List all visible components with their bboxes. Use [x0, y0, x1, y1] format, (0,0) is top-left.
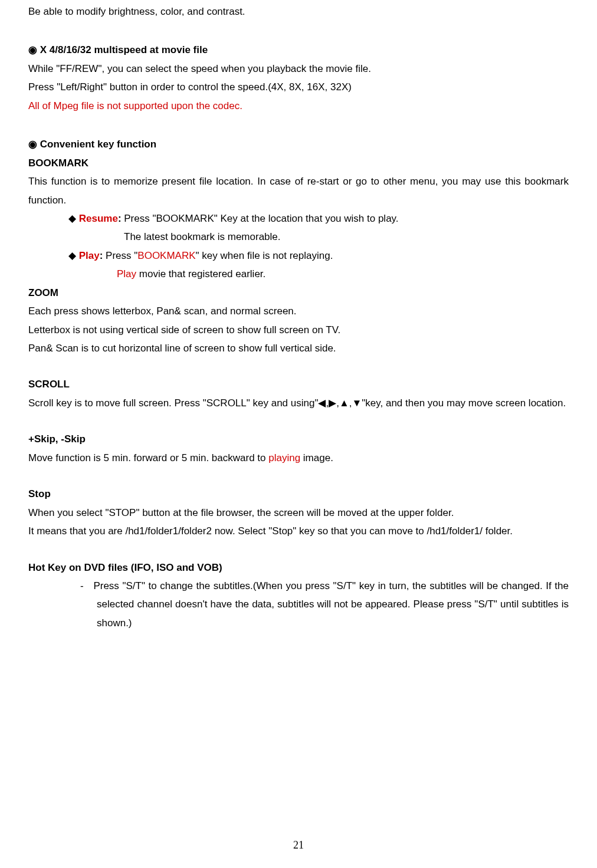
body-text: While "FF/REW", you can select the speed… — [28, 60, 569, 78]
body-text: The latest bookmark is memorable. — [28, 228, 569, 246]
body-text: Play movie that registered earlier. — [28, 265, 569, 283]
resume-label: Resume — [79, 213, 118, 224]
scroll-heading: SCROLL — [28, 375, 569, 393]
intro-line: Be able to modify brightness, color, and… — [28, 2, 569, 21]
skip-heading: +Skip, -Skip — [28, 430, 569, 448]
document-page: Be able to modify brightness, color, and… — [0, 2, 597, 868]
body-text: This function is to memorize present fil… — [28, 172, 569, 209]
body-text: Letterbox is not using vertical side of … — [28, 321, 569, 339]
body-text: image. — [300, 452, 333, 463]
body-text-red: BOOKMARK — [137, 250, 195, 261]
warning-text: All of Mpeg file is not supported upon t… — [28, 97, 569, 115]
diamond-icon: ◆ — [68, 250, 79, 261]
body-text: Scroll key is to move full screen. Press… — [28, 394, 569, 412]
body-text-red: playing — [268, 452, 300, 463]
body-text: Move function is 5 min. forward or 5 min… — [28, 452, 268, 463]
page-number: 21 — [0, 836, 597, 855]
play-label: Play — [79, 250, 100, 261]
body-text: Press "Left/Right" button in order to co… — [28, 78, 569, 96]
body-text: movie that registered earlier. — [136, 268, 265, 280]
body-text: Each press shows letterbox, Pan& scan, a… — [28, 302, 569, 320]
body-text-red: Play — [117, 268, 136, 280]
body-text: Press "BOOKMARK" Key at the location tha… — [122, 213, 399, 224]
diamond-icon: ◆ — [68, 213, 79, 224]
body-text: " key when file is not replaying. — [196, 250, 333, 261]
resume-bullet: ◆ Resume: Press "BOOKMARK" Key at the lo… — [28, 209, 569, 228]
hotkey-heading: Hot Key on DVD files (IFO, ISO and VOB) — [28, 558, 569, 577]
section-convenient-heading: ◉ Convenient key function — [28, 135, 569, 153]
hotkey-bullet: - Press "S/T" to change the subtitles.(W… — [28, 577, 569, 632]
body-text: Press " — [103, 250, 137, 261]
body-text: Move function is 5 min. forward or 5 min… — [28, 449, 569, 467]
stop-heading: Stop — [28, 485, 569, 503]
zoom-heading: ZOOM — [28, 284, 569, 302]
play-bullet: ◆ Play: Press "BOOKMARK" key when file i… — [28, 246, 569, 265]
bookmark-heading: BOOKMARK — [28, 154, 569, 172]
body-text: Press "S/T" to change the subtitles.(Whe… — [93, 580, 569, 629]
body-text: When you select "STOP" button at the fil… — [28, 504, 569, 522]
section-multispeed-heading: ◉ X 4/8/16/32 multispeed at movie file — [28, 41, 569, 59]
body-text: It means that you are /hd1/folder1/folde… — [28, 522, 569, 540]
body-text: Pan& Scan is to cut horizontal line of s… — [28, 339, 569, 357]
